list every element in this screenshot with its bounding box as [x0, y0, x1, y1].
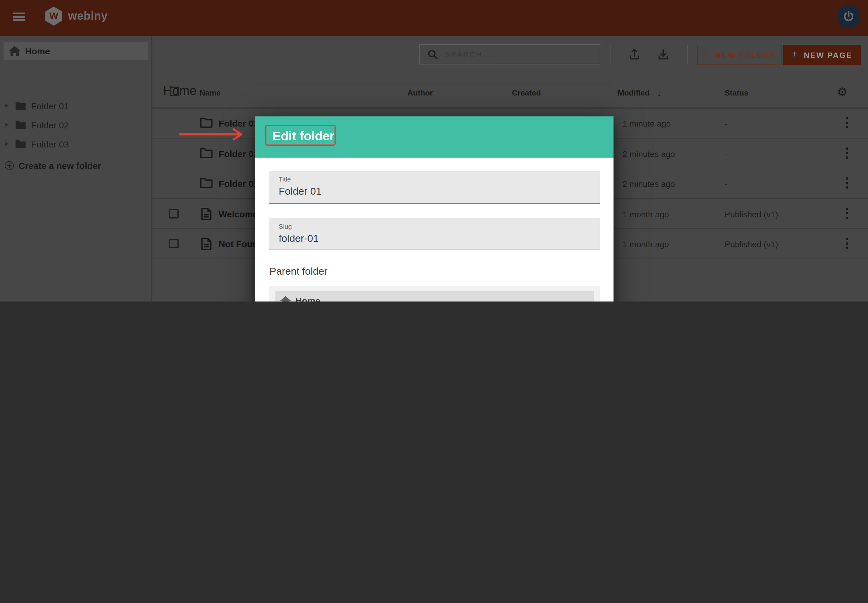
folder-icon [15, 139, 26, 148]
dialog-title: Edit folder [273, 129, 335, 143]
sidebar-create-folder-label: Create a new folder [19, 161, 101, 171]
folder-icon [15, 101, 26, 110]
row-status: - [725, 179, 727, 189]
row-checkbox[interactable] [169, 209, 178, 218]
row-menu-kebab-icon[interactable] [846, 177, 848, 191]
brand-name: webiny [68, 9, 107, 23]
row-checkbox[interactable] [169, 239, 178, 248]
logo-letter: W [49, 11, 58, 22]
search-placeholder: SEARCH... [445, 50, 491, 59]
search-input[interactable]: SEARCH... [419, 44, 600, 65]
row-status: - [725, 149, 727, 159]
new-folder-label: NEW FOLDER [715, 51, 776, 59]
new-page-label: NEW PAGE [804, 51, 852, 59]
slug-field[interactable]: Slug folder-01 [269, 218, 600, 250]
chevron-right-icon[interactable] [5, 103, 8, 108]
sign-out-button[interactable] [837, 5, 860, 28]
folder-icon [15, 120, 26, 129]
folder-tree-sidebar: Home Folder 01 Folder 02 Folder 03 Crea [0, 36, 152, 302]
top-app-bar: W webiny [0, 0, 868, 36]
row-name[interactable]: Folder 01 [219, 178, 258, 189]
folder-icon [200, 178, 213, 190]
row-menu-kebab-icon[interactable] [846, 207, 848, 221]
parent-folder-label: Parent folder [270, 266, 328, 278]
row-name[interactable]: Folder 02 [219, 148, 258, 159]
download-icon [657, 48, 670, 61]
sidebar-item-folder-03[interactable]: Folder 03 [0, 135, 152, 153]
sidebar-create-folder-button[interactable]: Create a new folder [0, 156, 152, 175]
home-icon [280, 296, 291, 302]
select-all-checkbox[interactable] [170, 87, 179, 96]
chevron-right-icon[interactable] [5, 142, 8, 146]
row-modified: 2 minutes ago [623, 149, 675, 159]
home-icon [9, 46, 20, 56]
page-icon [202, 238, 211, 252]
column-header-modified[interactable]: Modified [618, 88, 649, 97]
power-icon [842, 10, 855, 23]
sidebar-home-label: Home [25, 46, 50, 56]
tree-item-home[interactable]: Home [275, 291, 594, 302]
table-settings-gear-icon[interactable]: ⚙ [837, 85, 848, 99]
chevron-right-icon[interactable] [5, 122, 8, 127]
new-page-button[interactable]: + NEW PAGE [783, 45, 861, 65]
toolbar-divider [610, 45, 611, 65]
sort-descending-icon[interactable]: ↓ [657, 88, 661, 98]
slug-field-label: Slug [279, 223, 292, 230]
row-menu-kebab-icon[interactable] [846, 117, 848, 130]
sidebar-item-label: Folder 01 [31, 100, 69, 111]
hamburger-menu-icon[interactable] [13, 12, 25, 21]
table-header: Name Author Created Modified ↓ Status ⚙ [152, 78, 868, 107]
sidebar-item-label: Folder 02 [31, 120, 69, 130]
title-field[interactable]: Title Folder 01 [269, 171, 600, 204]
row-modified: 1 minute ago [623, 119, 671, 128]
row-status: Published (v1) [725, 209, 778, 219]
row-name[interactable]: Folder 03 [219, 118, 258, 128]
folder-icon [200, 118, 213, 130]
webiny-logo: W webiny [45, 6, 107, 26]
row-menu-kebab-icon[interactable] [846, 147, 848, 161]
row-modified: 1 month ago [623, 240, 669, 249]
row-menu-kebab-icon[interactable] [846, 238, 848, 251]
upload-icon [628, 48, 641, 61]
sidebar-item-label: Folder 03 [31, 139, 69, 149]
import-button[interactable] [628, 48, 641, 63]
sidebar-item-folder-02[interactable]: Folder 02 [0, 115, 152, 135]
row-status: - [725, 119, 727, 128]
column-header-name[interactable]: Name [200, 88, 221, 97]
row-status: Published (v1) [725, 240, 778, 249]
row-modified: 1 month ago [623, 209, 669, 219]
tree-home-label: Home [295, 295, 320, 302]
column-header-created[interactable]: Created [512, 88, 541, 97]
edit-folder-dialog: Edit folder Title Folder 01 Slug folder-… [255, 116, 614, 302]
app-root: W webiny Home Folder 01 Folde [0, 0, 868, 302]
new-folder-button[interactable]: + NEW FOLDER [697, 45, 782, 65]
column-header-status[interactable]: Status [725, 88, 748, 97]
slug-field-value: folder-01 [279, 233, 319, 245]
plus-icon: + [792, 48, 799, 60]
parent-folder-tree: Home Folder 02 Folder 03 Create a new fo… [269, 286, 600, 302]
webiny-logo-hexagon-icon: W [45, 6, 62, 26]
circle-plus-icon [5, 161, 14, 170]
plus-icon: + [703, 48, 710, 60]
sidebar-item-folder-01[interactable]: Folder 01 [0, 96, 152, 115]
export-button[interactable] [657, 48, 670, 63]
toolbar-divider [687, 45, 688, 65]
page-icon [202, 207, 211, 223]
search-icon [428, 49, 438, 59]
column-header-author[interactable]: Author [408, 88, 433, 97]
folder-icon [200, 148, 213, 160]
row-modified: 2 minutes ago [623, 179, 675, 189]
dialog-header: Edit folder [255, 116, 614, 158]
title-field-value: Folder 01 [279, 186, 322, 198]
sidebar-item-home[interactable]: Home [3, 42, 148, 60]
title-field-label: Title [279, 176, 291, 183]
